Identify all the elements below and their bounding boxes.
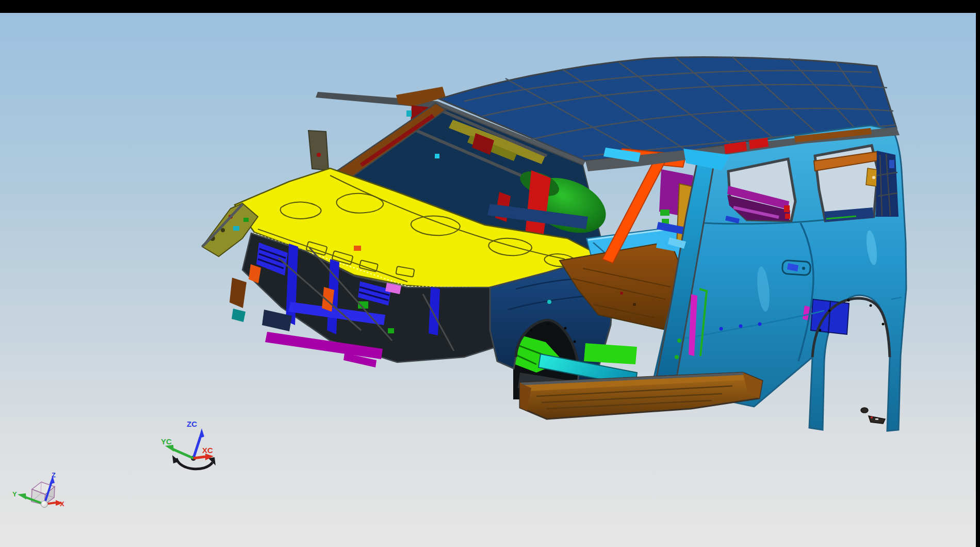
wcs-x-label: XC xyxy=(202,446,213,455)
wcs-z-axis[interactable] xyxy=(193,438,200,458)
wcs-z-label: ZC xyxy=(187,420,197,428)
running-board[interactable] xyxy=(518,373,762,419)
wcs-triad[interactable]: ZC YC XC xyxy=(161,420,216,469)
model-canvas[interactable]: ZC YC XC Z Y X xyxy=(0,0,980,547)
datum-csys[interactable]: Z Y X xyxy=(12,471,64,508)
wcs-x-axis[interactable] xyxy=(193,457,205,458)
loose-parts[interactable] xyxy=(861,408,885,424)
wcs-y-label: YC xyxy=(161,437,172,446)
d-pillar-inner[interactable] xyxy=(876,151,899,217)
application-window: ZC YC XC Z Y X xyxy=(0,0,980,547)
datum-z-label: Z xyxy=(52,471,56,479)
window-right-bar xyxy=(976,0,980,547)
wcs-y-axis[interactable] xyxy=(172,449,193,458)
datum-y-label: Y xyxy=(12,490,17,498)
quarter-window[interactable] xyxy=(814,146,881,222)
window-top-bar xyxy=(0,0,980,13)
datum-x-label: X xyxy=(60,500,64,508)
